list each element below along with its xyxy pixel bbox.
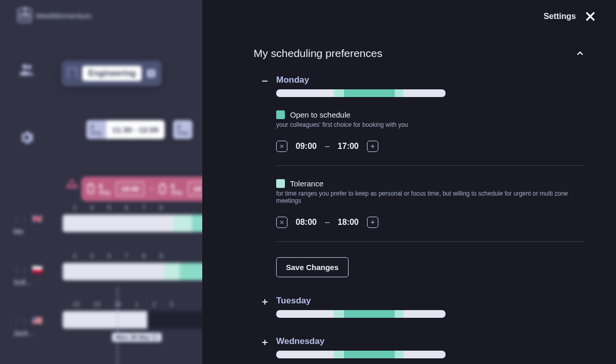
filter-remove[interactable]: ×: [147, 69, 156, 78]
timeline-row: [63, 263, 217, 280]
flag-icon: 🇵🇱: [32, 264, 43, 275]
tolerance-block: Tolerance for time ranges you prefer to …: [276, 179, 585, 242]
settings-panel: Settings My scheduling preferences Monda…: [202, 0, 616, 364]
now-line: [117, 288, 118, 364]
filter-icon: [68, 69, 77, 78]
expand-button[interactable]: [260, 297, 270, 307]
schedule-bar: [276, 310, 446, 318]
timeline-row: [63, 215, 217, 232]
add-time-button[interactable]: [367, 217, 378, 228]
flag-icon: 🇬🇧: [32, 214, 43, 224]
divider: [276, 165, 584, 166]
open-from[interactable]: 09:00: [296, 142, 317, 151]
day-monday: Monday Open to schedule your colleagues'…: [260, 75, 585, 277]
tolerance-to[interactable]: 18:00: [338, 218, 359, 227]
calendar-icon: [87, 184, 94, 194]
logo-icon: [17, 8, 32, 23]
expand-button[interactable]: [260, 337, 270, 348]
chip-month: May: [90, 130, 102, 136]
tolerance-from[interactable]: 08:00: [296, 218, 317, 227]
up-arrow-icon: [66, 179, 78, 188]
time-chips: 2 May 11:30 - 12:00 2 May: [86, 120, 192, 139]
open-title: Open to schedule: [290, 110, 351, 119]
day-label: Monday: [276, 75, 585, 85]
calendar-icon: [159, 184, 166, 194]
person-name: Me: [13, 227, 43, 236]
open-desc: your colleagues' first choice for bookin…: [276, 121, 585, 128]
timeline: 345678 456789 222324123: [63, 204, 217, 349]
time-chip[interactable]: 2 May: [173, 120, 193, 139]
schedule-bar: [276, 89, 446, 97]
person-name: Jack...: [13, 329, 43, 337]
people-icon[interactable]: [18, 62, 35, 78]
day-label: Wednesday: [276, 336, 585, 347]
filter-chip[interactable]: Engineering ×: [62, 61, 162, 86]
day-label: Tuesday: [276, 296, 585, 306]
filter-label: Engineering: [82, 66, 142, 81]
add-time-button[interactable]: [367, 141, 378, 152]
now-label: Mon, 06 May: [112, 333, 162, 342]
range-from[interactable]: 19:00: [116, 182, 145, 196]
save-button[interactable]: Save Changes: [276, 257, 349, 277]
section-title: My scheduling preferences: [254, 47, 382, 60]
minus-circle-icon: [151, 334, 158, 340]
drag-handle-icon[interactable]: ⋮⋮: [13, 266, 29, 274]
chip-month: May: [177, 130, 189, 136]
drag-handle-icon[interactable]: ⋮⋮: [13, 215, 29, 223]
close-button[interactable]: [583, 9, 598, 24]
selected-range[interactable]: 6May 19:00 – 6May 19:: [81, 177, 215, 201]
open-to[interactable]: 17:00: [338, 142, 359, 151]
chip-time: 11:30 - 12:00: [106, 120, 165, 139]
open-swatch: [276, 110, 285, 119]
brand-text: MeetMomentum: [36, 11, 91, 20]
divider: [276, 241, 584, 242]
remove-time-button[interactable]: [276, 217, 287, 228]
drag-handle-icon[interactable]: ⋮⋮: [13, 317, 29, 325]
day-wednesday: Wednesday: [260, 336, 585, 358]
open-block: Open to schedule your colleagues' first …: [276, 110, 585, 166]
gear-icon[interactable]: [18, 129, 35, 146]
tolerance-desc: for time ranges you prefer to keep as pe…: [276, 190, 585, 204]
tolerance-title: Tolerance: [290, 179, 323, 188]
panel-title: Settings: [544, 12, 576, 21]
tolerance-swatch: [276, 179, 285, 188]
remove-time-button[interactable]: [276, 141, 287, 152]
flag-icon: 🇺🇸: [32, 315, 43, 326]
collapse-button[interactable]: [260, 76, 270, 86]
timeline-row: [63, 311, 217, 329]
person-name: Sofi...: [13, 278, 43, 286]
brand-row: MeetMomentum: [17, 8, 91, 23]
schedule-bar: [276, 351, 446, 358]
people-column: ⋮⋮🇬🇧Me⋮⋮🇵🇱Sofi...⋮⋮🇺🇸Jack...⋮⋮🇺🇸: [13, 214, 43, 364]
time-chip[interactable]: 2 May 11:30 - 12:00: [86, 120, 165, 139]
chevron-up-icon[interactable]: [575, 48, 585, 59]
day-tuesday: Tuesday: [260, 296, 585, 318]
